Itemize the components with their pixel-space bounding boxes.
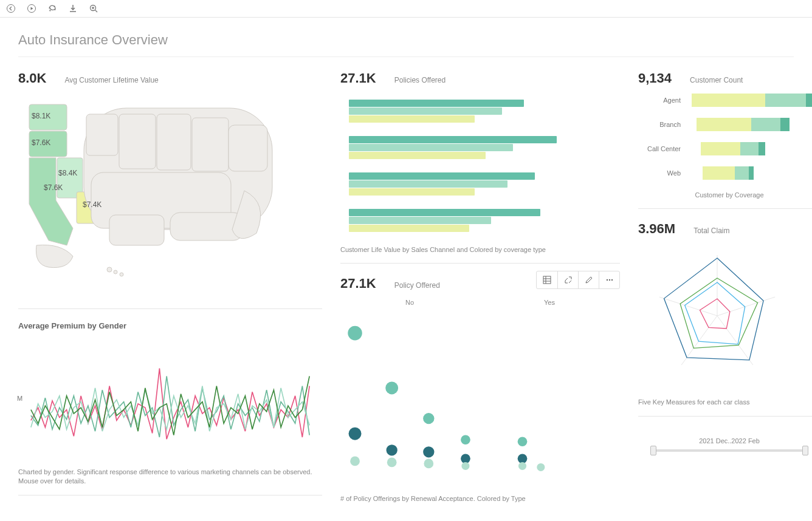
- customer-panel: 9,134 Customer Count AgentBranchCall Cen…: [638, 70, 812, 209]
- svg-rect-8: [86, 114, 118, 155]
- svg-point-34: [461, 462, 469, 470]
- svg-point-29: [387, 458, 397, 468]
- customer-kpi: 9,134: [638, 70, 672, 86]
- customer-caption: Customer by Coverage: [638, 191, 812, 200]
- refresh-icon[interactable]: [47, 4, 57, 13]
- svg-line-40: [717, 297, 775, 316]
- svg-point-28: [387, 445, 397, 456]
- svg-point-16: [107, 267, 112, 272]
- svg-rect-19: [543, 276, 551, 284]
- us-map[interactable]: $8.1K $7.6K $8.4K $7.6K $7.4K: [18, 94, 322, 300]
- svg-rect-3: [29, 104, 67, 130]
- svg-point-17: [114, 270, 117, 274]
- svg-point-33: [461, 454, 470, 464]
- svg-rect-9: [119, 114, 156, 169]
- radar-chart[interactable]: [638, 244, 812, 392]
- time-slider-panel: 2021 Dec..2022 Feb: [638, 441, 812, 465]
- svg-point-26: [423, 413, 434, 424]
- svg-point-36: [518, 454, 528, 464]
- scatter-kpi: 27.1K: [340, 276, 376, 291]
- edit-icon[interactable]: [578, 271, 599, 288]
- svg-point-27: [350, 457, 360, 466]
- svg-rect-15: [170, 213, 243, 240]
- claim-caption: Five Key Measures for each car class: [638, 398, 812, 407]
- svg-line-43: [659, 297, 717, 316]
- svg-rect-10: [157, 114, 191, 170]
- scatter-col-no: No: [405, 299, 414, 306]
- panel-tools: [536, 271, 620, 289]
- svg-point-20: [606, 279, 607, 281]
- claim-label: Total Claim: [693, 226, 729, 235]
- claim-kpi: 3.96M: [638, 221, 675, 237]
- back-icon[interactable]: [6, 4, 16, 13]
- gender-title: Average Premium by Gender: [18, 321, 322, 330]
- svg-point-31: [424, 459, 433, 469]
- svg-point-30: [423, 447, 434, 458]
- scatter-caption: # of Policy Offerings by Renewal Accepta…: [340, 494, 620, 503]
- svg-point-0: [7, 5, 15, 13]
- svg-point-23: [348, 326, 362, 341]
- gender-caption: Charted by gender. Significant response …: [18, 468, 322, 486]
- policies-kpi: 27.1K: [340, 70, 376, 86]
- policies-label: Policies Offered: [394, 76, 446, 84]
- page-title: Auto Insurance Overview: [18, 32, 794, 57]
- policies-chart[interactable]: [340, 94, 620, 232]
- customer-label: Customer Count: [690, 76, 743, 84]
- play-icon[interactable]: [27, 4, 36, 13]
- svg-rect-4: [29, 131, 67, 157]
- customer-chart[interactable]: AgentBranchCall CenterWeb: [638, 94, 812, 180]
- clv-kpi: 8.0K: [18, 70, 46, 86]
- premium-gender-chart[interactable]: M: [18, 340, 322, 461]
- svg-point-18: [120, 273, 123, 276]
- svg-point-25: [349, 427, 362, 440]
- clv-label: Avg Customer Lifetime Value: [64, 76, 158, 84]
- time-slider[interactable]: 2021 Dec..2022 Feb: [638, 441, 812, 465]
- svg-point-32: [461, 435, 470, 445]
- policies-caption: Customer Life Value by Sales Channel and…: [340, 245, 620, 254]
- svg-point-22: [611, 279, 612, 281]
- svg-rect-11: [192, 118, 229, 171]
- svg-point-37: [518, 462, 526, 470]
- scatter-panel: 27.1K Policy Offered No Yes # of Policy …: [340, 276, 620, 503]
- scatter-chart[interactable]: [340, 306, 620, 488]
- table-view-icon[interactable]: [537, 271, 557, 288]
- scatter-label: Policy Offered: [394, 281, 440, 290]
- svg-point-35: [518, 437, 528, 447]
- svg-point-24: [385, 382, 398, 395]
- slider-label: 2021 Dec..2022 Feb: [638, 437, 812, 444]
- expand-icon[interactable]: [557, 271, 578, 288]
- zoom-icon[interactable]: [89, 4, 98, 13]
- scatter-col-yes: Yes: [544, 299, 555, 306]
- svg-rect-12: [229, 125, 267, 171]
- gender-yaxis: M: [17, 395, 22, 402]
- download-icon[interactable]: [68, 4, 78, 13]
- slider-handle-left[interactable]: [650, 446, 656, 455]
- slider-handle-right[interactable]: [802, 446, 808, 455]
- svg-point-38: [537, 463, 545, 471]
- clv-map-panel: 8.0K Avg Customer Lifetime Value: [18, 70, 322, 495]
- more-icon[interactable]: [599, 271, 619, 288]
- svg-rect-14: [109, 215, 164, 245]
- svg-point-21: [608, 279, 610, 281]
- claim-panel: 3.96M Total Claim Five Key Measures for …: [638, 221, 812, 416]
- toolbar: [0, 0, 812, 18]
- policies-panel: 27.1K Policies Offered Customer Life Val…: [340, 70, 620, 264]
- svg-line-41: [717, 316, 753, 365]
